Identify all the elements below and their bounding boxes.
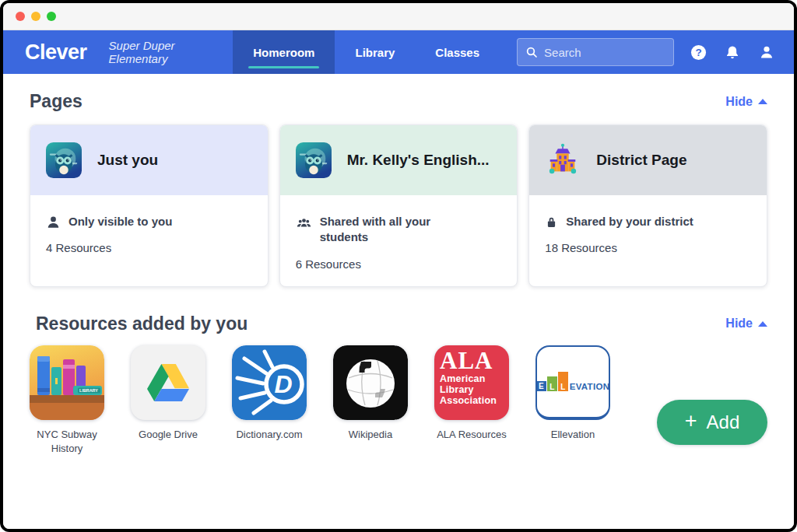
resource-wikipedia[interactable]: Wikipedia [333,345,408,456]
search-box[interactable] [517,38,674,66]
resource-dictionary-com[interactable]: D Dictionary.com [232,345,307,456]
search-icon [525,46,538,58]
browser-window-frame: Clever Super Duper Elementary Homeroom L… [0,0,797,532]
pages-hide-toggle[interactable]: Hide [725,95,767,109]
minimize-window-icon[interactable] [31,12,40,21]
svg-text:?: ? [695,47,701,58]
google-drive-icon [131,345,205,420]
nyc-subway-history-icon: LIBRARY [30,345,104,420]
owl-page-icon [46,142,82,178]
owl-page-icon [296,142,332,178]
resource-ala[interactable]: ALA American Library Association ALA Res… [434,345,509,456]
resource-ellevation[interactable]: E L L EVATION Ellevation [535,345,610,456]
ala-icon: ALA American Library Association [434,345,509,420]
close-window-icon[interactable] [16,12,25,21]
search-input[interactable] [544,46,661,59]
pages-title: Pages [30,91,83,112]
resource-label: ALA Resources [437,428,507,442]
resource-count: 6 Resources [296,257,502,271]
nav-tabs: Homeroom Library Classes [233,30,500,74]
top-navbar: Clever Super Duper Elementary Homeroom L… [3,30,794,74]
main-content: Pages Hide [3,74,794,529]
help-icon[interactable]: ? [690,44,707,61]
tab-classes[interactable]: Classes [415,30,500,74]
resource-label: Google Drive [139,428,198,442]
resource-count: 18 Resources [545,241,751,254]
lock-icon [545,215,558,229]
page-card-title: Just you [97,152,158,169]
page-card-just-you[interactable]: Just you Only visible to you 4 Resources [30,124,269,287]
resource-count: 4 Resources [46,241,252,254]
collapse-arrow-icon [758,99,767,104]
resource-label: NYC Subway History [30,428,104,456]
people-group-icon [296,215,312,229]
pages-cards: Just you Only visible to you 4 Resources [30,124,767,287]
tab-library[interactable]: Library [335,30,415,74]
resources-section-header: Resources added by you Hide [30,313,767,334]
tab-classes-label: Classes [435,46,479,59]
user-account-icon[interactable] [758,44,775,61]
resource-label: Wikipedia [349,428,392,442]
resources-hide-toggle[interactable]: Hide [725,317,767,331]
tab-homeroom-label: Homeroom [253,46,314,59]
school-building-icon [545,142,581,178]
tab-homeroom[interactable]: Homeroom [233,30,335,74]
dictionary-com-icon: D [232,345,307,420]
resources-row: LIBRARY NYC Subway History Google Drive [30,345,767,456]
page-card-title: District Page [596,152,686,169]
maximize-window-icon[interactable] [47,12,56,21]
resource-nyc-subway-history[interactable]: LIBRARY NYC Subway History [30,345,104,456]
person-icon [46,215,61,229]
resource-google-drive[interactable]: Google Drive [131,345,205,456]
notifications-bell-icon[interactable] [724,44,741,61]
resources-title: Resources added by you [36,313,248,334]
clever-logo[interactable]: Clever [25,40,87,65]
plus-icon: + [685,411,697,432]
svg-text:D: D [274,370,292,398]
visibility-text: Only visible to you [68,214,172,229]
wikipedia-icon [333,345,408,420]
page-card-district[interactable]: District Page Shared by your district 18… [528,124,767,287]
ellevation-icon: E L L EVATION [535,345,610,420]
page-card-mr-kellys-english[interactable]: Mr. Kelly's English... [279,124,518,287]
collapse-arrow-icon [758,321,767,327]
active-tab-underline [248,66,319,68]
resource-label: Dictionary.com [236,428,302,442]
add-resource-button[interactable]: + Add [657,400,767,445]
visibility-text: Shared with all your students [320,214,460,246]
tab-library-label: Library [355,46,395,59]
browser-titlebar [3,3,794,30]
resource-label: Ellevation [551,428,595,442]
page-card-title: Mr. Kelly's English... [347,152,490,169]
school-name: Super Duper Elementary [109,39,233,65]
pages-section-header: Pages Hide [30,91,767,112]
visibility-text: Shared by your district [566,214,693,229]
svg-text:LIBRARY: LIBRARY [79,388,98,393]
